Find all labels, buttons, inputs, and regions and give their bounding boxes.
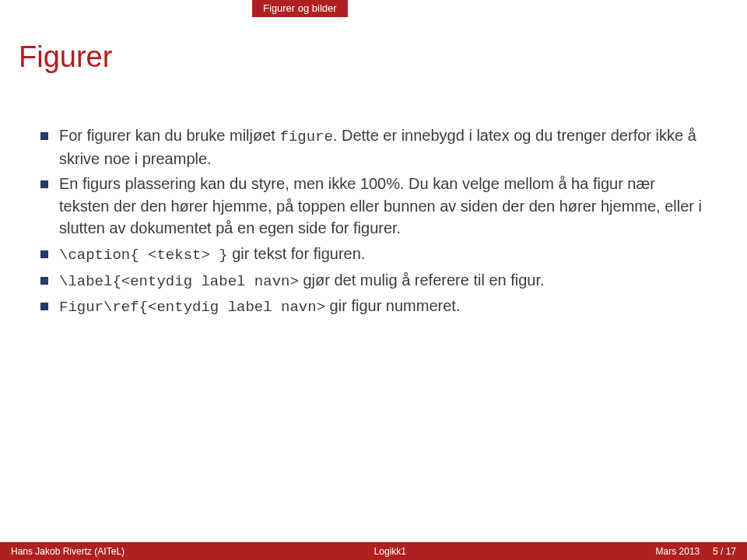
list-item: For figurer kan du bruke miljøet figure.… xyxy=(40,124,707,170)
footer-date: Mars 2013 xyxy=(656,546,700,557)
bullet-icon xyxy=(40,132,48,140)
list-item: \caption{ <tekst> } gir tekst for figure… xyxy=(40,243,707,266)
list-item-text: En figurs plassering kan du styre, men i… xyxy=(59,173,707,239)
list-item: Figur\ref{<entydig label navn> gir figur… xyxy=(40,295,707,318)
footer-bar: Hans Jakob Rivertz (AITeL) Logikk1 Mars … xyxy=(0,542,747,560)
list-item-text: For figurer kan du bruke miljøet figure.… xyxy=(59,124,707,170)
section-tab: Figurer og bilder xyxy=(252,0,348,17)
bullet-icon xyxy=(40,277,48,285)
footer-title: Logikk1 xyxy=(124,546,656,557)
footer-pageinfo: Mars 2013 5 / 17 xyxy=(656,546,747,557)
list-item-text: \label{<entydig label navn> gjør det mul… xyxy=(59,269,707,292)
list-item: \label{<entydig label navn> gjør det mul… xyxy=(40,269,707,292)
bullet-icon xyxy=(40,303,48,310)
bullet-icon xyxy=(40,250,48,258)
content-area: For figurer kan du bruke miljøet figure.… xyxy=(40,124,707,321)
list-item-text: Figur\ref{<entydig label navn> gir figur… xyxy=(59,295,707,318)
footer-author: Hans Jakob Rivertz (AITeL) xyxy=(0,546,124,557)
bullet-icon xyxy=(40,180,48,188)
slide-title: Figurer xyxy=(19,40,112,74)
footer-pagenum: 5 / 17 xyxy=(713,546,736,557)
list-item-text: \caption{ <tekst> } gir tekst for figure… xyxy=(59,243,707,266)
list-item: En figurs plassering kan du styre, men i… xyxy=(40,173,707,239)
